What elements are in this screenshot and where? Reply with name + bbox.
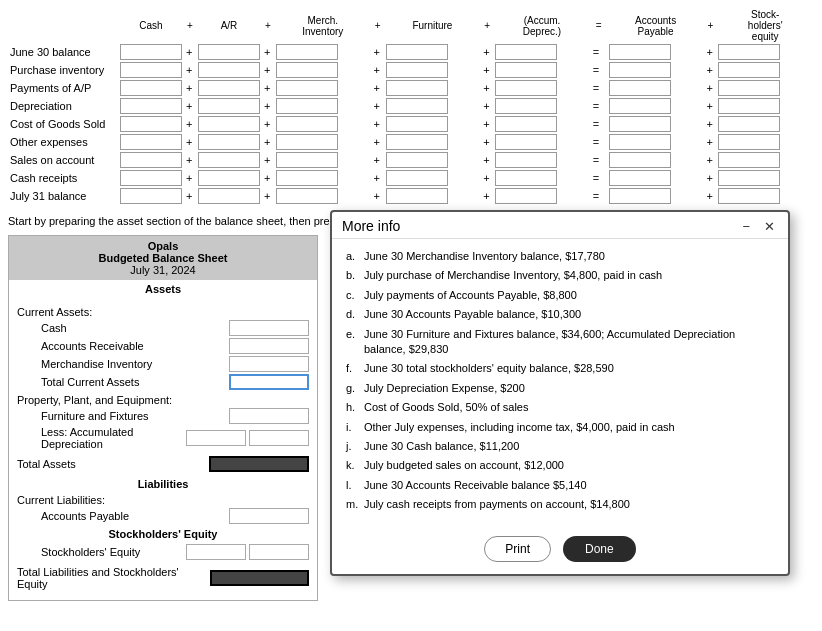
cell-input[interactable] [198, 80, 260, 96]
cell-input[interactable] [718, 98, 780, 114]
furniture-input[interactable] [229, 408, 309, 424]
accum-dep-input1[interactable] [186, 430, 246, 446]
cell-input[interactable] [120, 44, 182, 60]
list-item: g. July Depreciation Expense, $200 [346, 381, 774, 396]
table-cell [716, 115, 814, 133]
cell-input[interactable] [718, 62, 780, 78]
print-button[interactable]: Print [484, 536, 551, 562]
cell-input[interactable] [609, 152, 671, 168]
cell-input[interactable] [276, 98, 338, 114]
cell-input[interactable] [609, 62, 671, 78]
cell-input[interactable] [198, 44, 260, 60]
cell-input[interactable] [718, 188, 780, 204]
cell-input[interactable] [276, 116, 338, 132]
accum-dep-input2[interactable] [249, 430, 309, 446]
cell-input[interactable] [609, 80, 671, 96]
table-cell [607, 79, 705, 97]
cell-input[interactable] [120, 188, 182, 204]
minimize-button[interactable]: − [739, 219, 753, 234]
operator-symbol: + [262, 169, 274, 187]
furniture-label: Furniture and Fixtures [41, 410, 149, 422]
cell-input[interactable] [120, 134, 182, 150]
cell-input[interactable] [276, 44, 338, 60]
cell-input[interactable] [718, 134, 780, 150]
cell-input[interactable] [495, 188, 557, 204]
table-cell [493, 151, 591, 169]
table-cell [493, 61, 591, 79]
cell-input[interactable] [718, 116, 780, 132]
se-input1[interactable] [186, 544, 246, 560]
cell-input[interactable] [386, 44, 448, 60]
cell-input[interactable] [198, 152, 260, 168]
cell-input[interactable] [386, 170, 448, 186]
cell-input[interactable] [495, 44, 557, 60]
cell-input[interactable] [276, 170, 338, 186]
done-button[interactable]: Done [563, 536, 636, 562]
op1: + [184, 8, 196, 43]
row-label: July 31 balance [8, 187, 118, 205]
cell-input[interactable] [495, 152, 557, 168]
cell-input[interactable] [120, 62, 182, 78]
cell-input[interactable] [495, 62, 557, 78]
list-item-label: d. [346, 307, 364, 322]
cell-input[interactable] [276, 152, 338, 168]
table-cell [274, 169, 372, 187]
ap-input[interactable] [229, 508, 309, 524]
cell-input[interactable] [718, 80, 780, 96]
total-current-assets-input[interactable] [229, 374, 309, 390]
cell-input[interactable] [386, 80, 448, 96]
col-deprec-header: (Accum.Deprec.) [493, 8, 591, 43]
cell-input[interactable] [495, 116, 557, 132]
cell-input[interactable] [609, 170, 671, 186]
table-cell [607, 61, 705, 79]
operator-symbol: = [591, 79, 607, 97]
table-cell [716, 133, 814, 151]
cell-input[interactable] [495, 170, 557, 186]
cell-input[interactable] [120, 116, 182, 132]
list-item: b. July purchase of Merchandise Inventor… [346, 268, 774, 283]
cell-input[interactable] [198, 98, 260, 114]
cell-input[interactable] [198, 134, 260, 150]
se-input2[interactable] [249, 544, 309, 560]
cell-input[interactable] [276, 188, 338, 204]
cell-input[interactable] [198, 62, 260, 78]
cell-input[interactable] [386, 152, 448, 168]
cell-input[interactable] [386, 116, 448, 132]
col-inventory-header-top: Merch.Inventory [274, 8, 372, 43]
cell-input[interactable] [386, 98, 448, 114]
cell-input[interactable] [495, 80, 557, 96]
cell-input[interactable] [276, 134, 338, 150]
cell-input[interactable] [198, 116, 260, 132]
cell-input[interactable] [120, 80, 182, 96]
cell-input[interactable] [718, 170, 780, 186]
cell-input[interactable] [495, 134, 557, 150]
cell-input[interactable] [276, 80, 338, 96]
close-button[interactable]: ✕ [761, 219, 778, 234]
cell-input[interactable] [386, 62, 448, 78]
cell-input[interactable] [495, 98, 557, 114]
operator-symbol: + [481, 169, 493, 187]
cell-input[interactable] [718, 152, 780, 168]
operator-symbol: + [262, 61, 274, 79]
cell-input[interactable] [609, 44, 671, 60]
col-ar-header: A/R [196, 8, 262, 43]
cell-input[interactable] [609, 116, 671, 132]
ar-input[interactable] [229, 338, 309, 354]
cell-input[interactable] [386, 188, 448, 204]
operator-symbol: + [262, 187, 274, 205]
cell-input[interactable] [609, 98, 671, 114]
cell-input[interactable] [718, 44, 780, 60]
cell-input[interactable] [198, 170, 260, 186]
cell-input[interactable] [120, 98, 182, 114]
cell-input[interactable] [120, 152, 182, 168]
cell-input[interactable] [120, 170, 182, 186]
cash-input[interactable] [229, 320, 309, 336]
operator-symbol: + [184, 79, 196, 97]
cell-input[interactable] [386, 134, 448, 150]
operator-symbol: = [591, 133, 607, 151]
cell-input[interactable] [276, 62, 338, 78]
cell-input[interactable] [609, 188, 671, 204]
cell-input[interactable] [609, 134, 671, 150]
cell-input[interactable] [198, 188, 260, 204]
merch-inv-input[interactable] [229, 356, 309, 372]
